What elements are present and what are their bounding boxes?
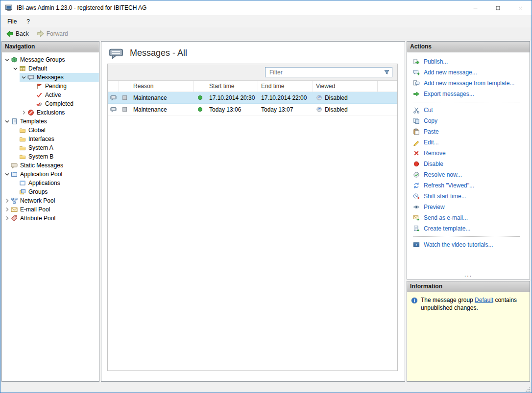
action-label: Resolve now... (424, 171, 462, 178)
tree-item-interfaces[interactable]: Interfaces (11, 135, 99, 143)
back-button[interactable]: Back (2, 29, 32, 39)
tree-item-label: Application Pool (20, 171, 65, 178)
tree-item-global[interactable]: Global (11, 126, 99, 135)
action-send-as-e-mail[interactable]: Send as e-mail... (412, 212, 527, 223)
email-pool-icon (11, 206, 19, 213)
tree-item-system-a[interactable]: System A (11, 143, 99, 152)
action-preview[interactable]: Preview (412, 202, 527, 212)
tree-item-label: Global (28, 127, 48, 134)
send-email-icon (412, 214, 420, 221)
application-pool-icon (11, 171, 19, 178)
actions-list: Publish...Add new message...Add new mess… (407, 52, 530, 250)
action-export-messages[interactable]: Export messages... (412, 89, 527, 99)
action-add-new-message[interactable]: Add new message... (412, 67, 527, 78)
filter-icon[interactable] (384, 69, 390, 75)
expander-right-icon[interactable] (3, 216, 11, 221)
menu-file[interactable]: File (2, 15, 22, 27)
navigation-panel: Navigation Message GroupsDefaultMessages… (1, 41, 99, 382)
column-header-icon[interactable] (108, 81, 119, 92)
viewed-icon (316, 94, 322, 101)
column-header-start-time[interactable]: Start time (206, 81, 258, 92)
tree-item-static-messages[interactable]: Static Messages (3, 161, 99, 170)
tree-item-messages[interactable]: Messages (20, 73, 99, 82)
viewed-icon (316, 106, 322, 113)
action-disable[interactable]: Disable (412, 159, 527, 169)
expander-right-icon[interactable] (20, 110, 27, 116)
action-label: Refresh "Viewed"... (424, 182, 474, 189)
column-header-icon[interactable] (193, 81, 206, 92)
action-resolve-now[interactable]: Resolve now... (412, 169, 527, 180)
tree-item-completed[interactable]: Completed (28, 99, 99, 108)
action-paste[interactable]: Paste (412, 126, 527, 137)
tree-item-applications[interactable]: Applications (11, 179, 99, 187)
tree-item-groups[interactable]: Groups (11, 187, 99, 196)
tree-item-system-b[interactable]: System B (11, 152, 99, 161)
message-state-icon (119, 106, 130, 113)
column-header-viewed[interactable]: Viewed (313, 81, 378, 92)
action-edit[interactable]: Edit... (412, 137, 527, 148)
action-remove[interactable]: Remove (412, 148, 527, 159)
resize-grip[interactable] (525, 386, 531, 393)
tree-item-e-mail-pool[interactable]: E-mail Pool (3, 205, 99, 214)
tree-item-attribute-pool[interactable]: Attribute Pool (3, 214, 99, 223)
column-header-end-time[interactable]: End time (258, 81, 313, 92)
message-type-icon (108, 94, 119, 101)
message-row[interactable]: MaintenanceToday 13:06Today 13:07Disable… (108, 104, 397, 116)
close-button[interactable] (509, 0, 532, 15)
maximize-button[interactable] (486, 0, 509, 15)
content-area: Navigation Message GroupsDefaultMessages… (0, 40, 532, 386)
groups-icon (19, 188, 27, 195)
tree-item-exclusions[interactable]: Exclusions (20, 108, 99, 117)
expander-down-icon[interactable] (3, 119, 11, 124)
expander-down-icon[interactable] (3, 172, 11, 177)
column-header-reason[interactable]: Reason (130, 81, 193, 92)
refresh-viewed-icon (412, 182, 420, 189)
expander-down-icon[interactable] (20, 75, 27, 80)
filter-box (265, 67, 392, 77)
information-header: Information (407, 281, 530, 292)
default-group-link[interactable]: Default (475, 297, 493, 303)
expander-right-icon[interactable] (3, 207, 11, 212)
tree-item-label: Groups (28, 188, 50, 195)
start-time-cell: Today 13:06 (206, 106, 258, 113)
tree-item-network-pool[interactable]: Network Pool (3, 196, 99, 205)
actions-separator (413, 236, 520, 237)
expander-down-icon[interactable] (3, 57, 11, 63)
expander-down-icon[interactable] (11, 66, 19, 71)
tree-item-templates[interactable]: Templates (3, 117, 99, 126)
action-publish[interactable]: Publish... (412, 56, 527, 67)
end-time-cell: 17.10.2014 22:00 (258, 94, 313, 101)
message-row[interactable]: Maintenance17.10.2014 20:3017.10.2014 22… (108, 92, 397, 104)
minimize-button[interactable] (464, 0, 486, 15)
tree-item-label: Templates (20, 118, 49, 125)
column-header-icon[interactable] (119, 81, 130, 92)
action-add-new-message-from-template[interactable]: Add new message from template... (412, 78, 527, 89)
tree-item-label: Static Messages (20, 162, 66, 169)
tree-item-application-pool[interactable]: Application Pool (3, 170, 99, 179)
expander-right-icon[interactable] (3, 198, 11, 204)
tree-item-label: E-mail Pool (20, 206, 52, 213)
action-create-template[interactable]: Create template... (412, 223, 527, 234)
action-label: Edit... (424, 139, 439, 146)
forward-button[interactable]: Forward (33, 29, 72, 39)
exclusions-icon (27, 109, 35, 116)
tree-item-active[interactable]: Active (28, 91, 99, 99)
resolve-icon (412, 171, 420, 178)
action-label: Add new message from template... (424, 80, 514, 87)
menu-help[interactable]: ? (22, 15, 35, 27)
create-template-icon (412, 225, 420, 232)
action-cut[interactable]: Cut (412, 105, 527, 116)
tree-item-default[interactable]: Default (11, 64, 99, 73)
end-time-cell: Today 13:07 (258, 106, 313, 113)
action-shift-start-time[interactable]: Shift start time... (412, 191, 527, 202)
action-copy[interactable]: Copy (412, 116, 527, 126)
message-state-icon (119, 94, 130, 101)
static-messages-icon (11, 162, 19, 169)
filter-input[interactable] (268, 69, 384, 76)
tree-item-pending[interactable]: Pending (28, 82, 99, 91)
tree-item-message-groups[interactable]: Message Groups (3, 55, 99, 64)
action-watch-the-video-tutorials[interactable]: Watch the video-tutorials... (412, 239, 527, 250)
actions-overflow[interactable]: ... (407, 271, 530, 279)
page-title: Messages - All (130, 48, 187, 58)
action-refresh-viewed[interactable]: Refresh "Viewed"... (412, 180, 527, 191)
